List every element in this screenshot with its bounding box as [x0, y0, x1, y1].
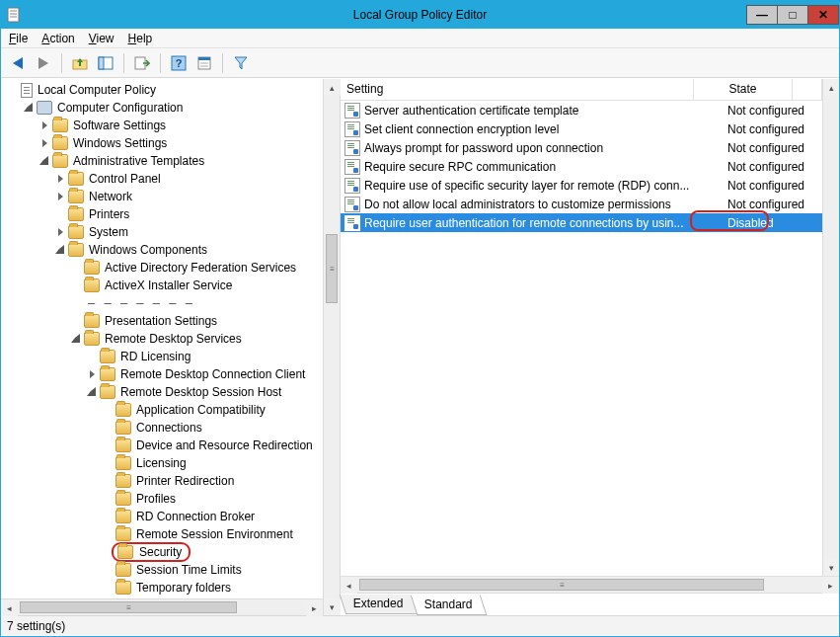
column-setting[interactable]: Setting [341, 79, 694, 100]
filter-button[interactable] [230, 52, 252, 74]
tree-rdc-client[interactable]: Remote Desktop Connection Client [86, 365, 323, 383]
collapse-icon[interactable] [54, 244, 66, 256]
expand-icon[interactable] [54, 191, 66, 202]
tree-system[interactable]: System [54, 223, 323, 241]
folder-icon [84, 332, 100, 346]
expand-icon[interactable] [54, 173, 66, 185]
tree-computer-configuration[interactable]: Computer Configuration [23, 99, 323, 117]
scroll-thumb[interactable]: ≡ [20, 601, 237, 613]
policy-row[interactable]: Server authentication certificate templa… [341, 101, 822, 119]
properties-button[interactable] [193, 52, 215, 74]
svg-rect-6 [99, 57, 104, 69]
tree-rd-licensing[interactable]: RD Licensing [86, 348, 323, 365]
policy-row[interactable]: Require use of specific security layer f… [341, 176, 822, 195]
collapse-icon[interactable] [70, 333, 82, 345]
policy-row[interactable]: Do not allow local administrators to cus… [341, 195, 822, 213]
tree-root[interactable]: Local Computer Policy [7, 81, 323, 99]
tree-label: Profiles [133, 491, 179, 507]
folder-icon [68, 207, 84, 221]
collapse-icon[interactable] [86, 386, 98, 398]
tree-printer-redir[interactable]: Printer Redirection [102, 472, 323, 490]
menu-help[interactable]: Help [128, 32, 153, 45]
scroll-left-button[interactable]: ◂ [1, 599, 18, 615]
tree-security[interactable]: Security [102, 543, 323, 561]
tree-rd-conn-broker[interactable]: RD Connection Broker [102, 508, 323, 525]
tree-adfs[interactable]: Active Directory Federation Services [70, 259, 323, 277]
menu-file[interactable]: File [9, 32, 28, 45]
scroll-track[interactable]: ≡ [357, 577, 822, 593]
tree-rdsh[interactable]: Remote Desktop Session Host [86, 383, 323, 401]
menu-action[interactable]: Action [41, 32, 74, 45]
expand-icon[interactable] [54, 226, 66, 238]
tree-session-time-limits[interactable]: Session Time Limits [102, 561, 323, 579]
policy-item-icon [344, 121, 360, 137]
tree-temp-folders[interactable]: Temporary folders [102, 579, 323, 597]
export-button[interactable] [131, 52, 153, 74]
expand-icon[interactable] [86, 368, 98, 380]
menu-view[interactable]: View [89, 32, 115, 45]
scroll-left-button[interactable]: ◂ [341, 577, 357, 594]
tree-licensing[interactable]: Licensing [102, 454, 323, 472]
policy-item-icon [344, 178, 360, 194]
list-vscroll[interactable]: ▴ ▾ [822, 79, 839, 576]
expand-icon[interactable] [38, 137, 50, 149]
tree-software-settings[interactable]: Software Settings [38, 117, 323, 134]
tree-admin-templates[interactable]: Administrative Templates [38, 152, 323, 170]
help-icon: ? [171, 55, 187, 71]
tab-label: Extended [353, 597, 404, 610]
policy-row[interactable]: Require user authentication for remote c… [341, 213, 822, 232]
policy-row[interactable]: Require secure RPC communicationNot conf… [341, 157, 822, 176]
scroll-track[interactable]: ≡ [18, 599, 306, 615]
tree-app-compat[interactable]: Application Compatibility [102, 401, 323, 419]
expand-icon[interactable] [38, 119, 50, 131]
tree-hscroll[interactable]: ◂ ≡ ▸ [1, 598, 323, 615]
scroll-thumb[interactable]: ≡ [326, 234, 338, 303]
tree-windows-components[interactable]: Windows Components [54, 241, 323, 259]
toolbar-separator [222, 53, 223, 73]
tree-profiles[interactable]: Profiles [102, 490, 323, 508]
scroll-track[interactable]: ≡ [324, 96, 340, 598]
folder-icon [115, 563, 131, 577]
tree-rds[interactable]: Remote Desktop Services [70, 330, 323, 348]
tree-presentation-settings[interactable]: Presentation Settings [70, 312, 323, 330]
scroll-down-button[interactable]: ▾ [324, 598, 341, 615]
policy-item-icon [344, 140, 360, 156]
policy-row[interactable]: Always prompt for password upon connecti… [341, 138, 822, 157]
policy-row[interactable]: Set client connection encryption levelNo… [341, 119, 822, 138]
tab-extended[interactable]: Extended [340, 595, 418, 614]
folder-icon [84, 261, 100, 275]
tab-standard[interactable]: Standard [410, 595, 487, 615]
scroll-up-button[interactable]: ▴ [823, 79, 839, 96]
tree-label: Administrative Templates [70, 153, 207, 169]
tree-scroll[interactable]: Local Computer Policy Computer Configura… [1, 79, 323, 615]
list-hscroll[interactable]: ◂ ≡ ▸ [341, 577, 839, 594]
tree-device-redir[interactable]: Device and Resource Redirection [102, 437, 323, 454]
tree-control-panel[interactable]: Control Panel [54, 170, 323, 188]
tree-vscroll[interactable]: ▴ ≡ ▾ [323, 79, 340, 615]
minimize-button[interactable]: — [746, 5, 778, 25]
collapse-icon[interactable] [23, 102, 35, 114]
scroll-right-button[interactable]: ▸ [822, 577, 839, 594]
close-button[interactable]: ✕ [807, 5, 839, 25]
nav-back-button[interactable] [7, 52, 29, 74]
maximize-button[interactable]: □ [777, 5, 808, 25]
titlebar: Local Group Policy Editor — □ ✕ [1, 1, 839, 29]
scroll-down-button[interactable]: ▾ [823, 559, 839, 576]
collapse-icon[interactable] [38, 155, 50, 167]
show-hide-tree-button[interactable] [95, 52, 116, 74]
tree-printers[interactable]: Printers [54, 205, 323, 223]
column-state[interactable]: State [694, 79, 793, 100]
nav-forward-button[interactable] [33, 52, 54, 74]
scroll-track[interactable] [823, 96, 839, 559]
svg-rect-11 [198, 57, 210, 60]
up-button[interactable] [69, 52, 91, 74]
tree-activex[interactable]: ActiveX Installer Service [70, 277, 323, 294]
scroll-right-button[interactable]: ▸ [306, 599, 323, 615]
tree-network[interactable]: Network [54, 188, 323, 205]
tree-windows-settings[interactable]: Windows Settings [38, 134, 323, 152]
scroll-thumb[interactable]: ≡ [359, 579, 764, 591]
tree-remote-session-env[interactable]: Remote Session Environment [102, 525, 323, 543]
help-button[interactable]: ? [168, 52, 190, 74]
scroll-up-button[interactable]: ▴ [324, 79, 341, 96]
tree-connections[interactable]: Connections [102, 419, 323, 437]
